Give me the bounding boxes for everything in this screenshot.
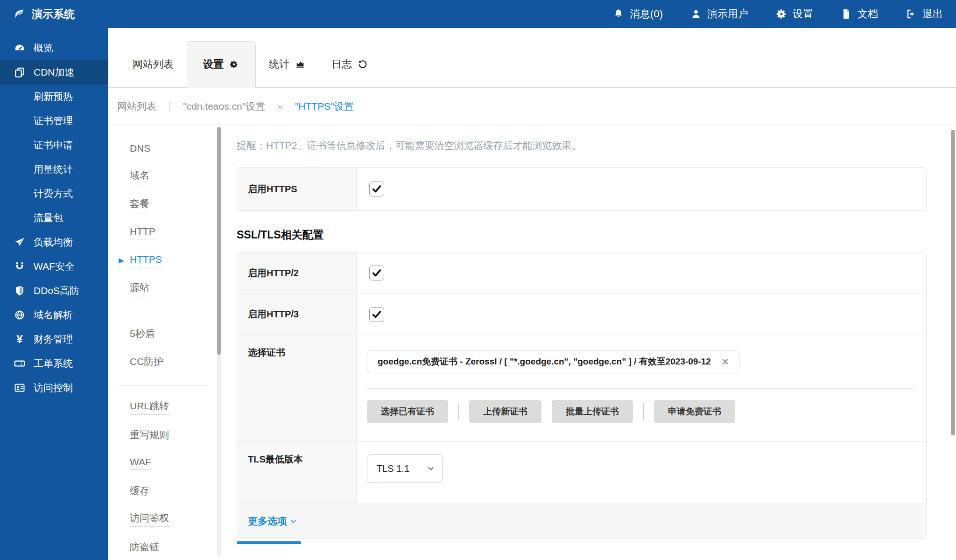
enable-http2-checkbox[interactable] [369, 266, 384, 280]
tab-label: 日志 [331, 57, 352, 71]
submenu-item-access-auth[interactable]: 访问鉴权 [117, 505, 213, 533]
yen-icon: ¥ [13, 333, 26, 345]
sidebar-item-purge-prefetch[interactable]: 刷新预热 [0, 84, 108, 109]
certificate-row: 选择证书 goedge.cn免费证书 - Zerossl / [ "*.goed… [237, 335, 926, 441]
sidebar-label: 刷新预热 [34, 90, 73, 103]
enable-http2-row: 启用HTTP/2 [237, 252, 926, 294]
submenu-label: 域名 [130, 169, 149, 184]
submenu-label: 重写规则 [130, 428, 169, 441]
sidebar-item-dns[interactable]: 域名解析 [0, 303, 108, 327]
submenu-item-dns[interactable]: DNS [117, 134, 213, 162]
apply-free-cert-button[interactable]: 申请免费证书 [654, 400, 735, 423]
sidebar-label: 证书管理 [34, 114, 73, 127]
docs-link[interactable]: 文档 [840, 7, 878, 21]
sidebar-label: WAF安全 [34, 260, 75, 273]
enable-http2-label: 启用HTTP/2 [237, 252, 357, 294]
sidebar-label: 访问控制 [34, 381, 73, 394]
submenu-item-https[interactable]: ▶ HTTPS [117, 246, 213, 274]
submenu-item-5s-shield[interactable]: 5秒盾 [117, 320, 213, 348]
sidebar-item-traffic-package[interactable]: 流量包 [0, 206, 108, 230]
chevron-down-icon [290, 518, 297, 525]
tab-label: 统计 [269, 57, 289, 71]
tls-version-select[interactable]: TLS 1.1 [367, 454, 443, 483]
enable-https-label: 启用HTTPS [237, 168, 357, 210]
sidebar-item-tickets[interactable]: 工单系统 [0, 351, 108, 376]
sidebar-label: 流量包 [34, 211, 63, 224]
batch-upload-cert-button[interactable]: 批量上传证书 [552, 400, 633, 423]
tab-label: 设置 [203, 57, 224, 71]
current-user-label: 演示用户 [707, 7, 748, 21]
sidebar-item-cert-manage[interactable]: 证书管理 [0, 109, 108, 133]
certificate-chip: goedge.cn免费证书 - Zerossl / [ "*.goedge.cn… [367, 350, 739, 373]
sidebar-item-load-balancer[interactable]: 负载均衡 [0, 230, 108, 254]
messages-link[interactable]: 消息(0) [612, 7, 663, 21]
logout-link[interactable]: 退出 [905, 7, 943, 21]
sidebar-item-cert-apply[interactable]: 证书申请 [0, 133, 108, 157]
select-existing-cert-button[interactable]: 选择已有证书 [367, 400, 448, 423]
tls-version-row: TLS最低版本 TLS 1.1 [237, 441, 926, 504]
more-options-link[interactable]: 更多选项 [248, 515, 297, 528]
submenu-label: 套餐 [130, 197, 149, 212]
submenu-item-cache[interactable]: 缓存 [117, 477, 213, 505]
submenu-item-rewrite-rules[interactable]: 重写规则 [117, 421, 213, 449]
remove-certificate-icon[interactable]: × [722, 356, 729, 367]
submenu-item-domains[interactable]: 域名 [117, 162, 213, 190]
sidebar-label: DDoS高防 [34, 284, 79, 297]
sidebar-label: 用量统计 [34, 163, 73, 176]
enable-https-checkbox[interactable] [369, 182, 384, 196]
breadcrumb: 网站列表 | "cdn.teaos.cn"设置 » "HTTPS"设置 [117, 88, 354, 125]
current-user-link[interactable]: 演示用户 [690, 7, 748, 21]
submenu-item-url-redirect[interactable]: URL跳转 [117, 393, 213, 421]
dashboard-icon [13, 42, 26, 54]
breadcrumb-site-list[interactable]: 网站列表 [117, 100, 156, 113]
settings-link[interactable]: 设置 [775, 7, 813, 21]
submenu-divider [117, 312, 208, 312]
cache-notice-text: 提醒：HTTP2、证书等信息修改后，可能需要清空浏览器缓存后才能浏览效果。 [237, 139, 582, 152]
button-separator [458, 403, 459, 420]
submenu-scrollbar-thumb[interactable] [217, 127, 221, 355]
user-icon [690, 8, 702, 20]
sidebar-item-usage-stats[interactable]: 用量统计 [0, 157, 108, 182]
submenu-item-origin[interactable]: 源站 [117, 274, 213, 302]
submenu-item-plan[interactable]: 套餐 [117, 190, 213, 218]
submenu-item-cc-protect[interactable]: CC防护 [117, 348, 213, 376]
sidebar-label: 计费方式 [34, 187, 73, 200]
submenu-label: 访问鉴权 [130, 511, 169, 527]
ssl-config-table: 启用HTTP/2 启用HTTP/3 选择证书 goedge.cn免费证书 - Z… [237, 252, 927, 539]
submenu-item-hotlink-protect[interactable]: 防盗链 [117, 533, 213, 560]
paper-plane-icon [13, 236, 26, 248]
table-footer: 更多选项 [237, 504, 926, 539]
submenu-label: 防盗链 [130, 540, 159, 553]
ticket-icon [13, 357, 26, 370]
sidebar-item-billing-method[interactable]: 计费方式 [0, 182, 108, 206]
active-arrow-icon: ▶ [119, 256, 124, 265]
enable-http3-checkbox[interactable] [369, 307, 384, 322]
tab-site-list[interactable]: 网站列表 [120, 41, 187, 87]
page-scrollbar-thumb[interactable] [951, 130, 955, 435]
submenu-item-http[interactable]: HTTP [117, 218, 213, 246]
tab-settings[interactable]: 设置 [187, 41, 256, 88]
sidebar-label: 负载均衡 [34, 236, 73, 249]
submenu-item-waf[interactable]: WAF [117, 449, 213, 477]
sidebar-item-waf[interactable]: WAF安全 [0, 254, 108, 279]
certificate-divider [367, 388, 914, 389]
breadcrumb-site-settings[interactable]: "cdn.teaos.cn"设置 [183, 100, 265, 113]
history-icon [358, 59, 368, 70]
sidebar-item-ddos[interactable]: DDoS高防 [0, 279, 108, 303]
breadcrumb-chevron: » [277, 101, 283, 112]
sidebar-item-finance[interactable]: ¥ 财务管理 [0, 327, 108, 351]
logout-label: 退出 [922, 7, 943, 21]
sidebar-item-cdn[interactable]: CDN加速 [0, 60, 108, 84]
settings-label: 设置 [793, 7, 813, 21]
tab-statistics[interactable]: 统计 [256, 41, 318, 87]
save-button-partial[interactable] [237, 541, 301, 544]
more-options-label: 更多选项 [248, 515, 287, 528]
chart-area-icon [295, 59, 305, 70]
sidebar-item-overview[interactable]: 概览 [0, 36, 108, 60]
magnet-icon [13, 260, 26, 273]
topnav: 消息(0) 演示用户 设置 文档 退出 [612, 7, 943, 21]
tab-logs[interactable]: 日志 [318, 41, 381, 87]
breadcrumb-https-settings[interactable]: "HTTPS"设置 [295, 100, 354, 113]
sidebar-item-access-control[interactable]: 访问控制 [0, 376, 108, 400]
upload-new-cert-button[interactable]: 上传新证书 [469, 400, 541, 423]
